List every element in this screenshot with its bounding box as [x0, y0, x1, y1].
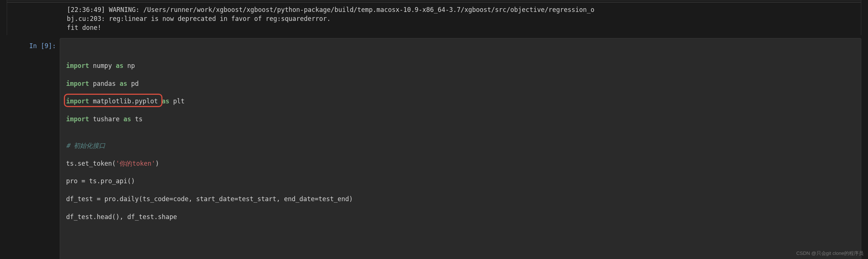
daily-line: df_test = pro.daily(ts_code=code, start_… [66, 195, 855, 204]
comment-init: # 初始化接口 [66, 141, 855, 150]
code-input-area[interactable]: import numpy as np import pandas as pd i… [60, 38, 861, 259]
warning-output: [22:36:49] WARNING: /Users/runner/work/x… [7, 2, 861, 35]
code-cell: In [9]: import numpy as np import pandas… [7, 38, 861, 259]
notebook-container: [22:36:49] WARNING: /Users/runner/work/x… [0, 0, 868, 259]
import-pandas: import pandas as pd [66, 79, 855, 88]
warning-line-3: fit done! [67, 24, 101, 31]
watermark-text: CSDN @只会git clone的程序员 [796, 250, 864, 257]
set-token-line: ts.set_token('你的token') [66, 159, 855, 168]
warning-line-1: [22:36:49] WARNING: /Users/runner/work/x… [67, 6, 594, 13]
import-numpy: import numpy as np [66, 62, 855, 71]
import-matplotlib: import matplotlib.pyplot as plt [66, 97, 855, 106]
pro-api-line: pro = ts.pro_api() [66, 177, 855, 186]
import-tushare: import tushare as ts [66, 115, 855, 124]
warning-line-2: bj.cu:203: reg:linear is now deprecated … [67, 15, 331, 22]
head-shape-line: df_test.head(), df_test.shape [66, 213, 855, 222]
in-prompt: In [9]: [7, 38, 60, 259]
